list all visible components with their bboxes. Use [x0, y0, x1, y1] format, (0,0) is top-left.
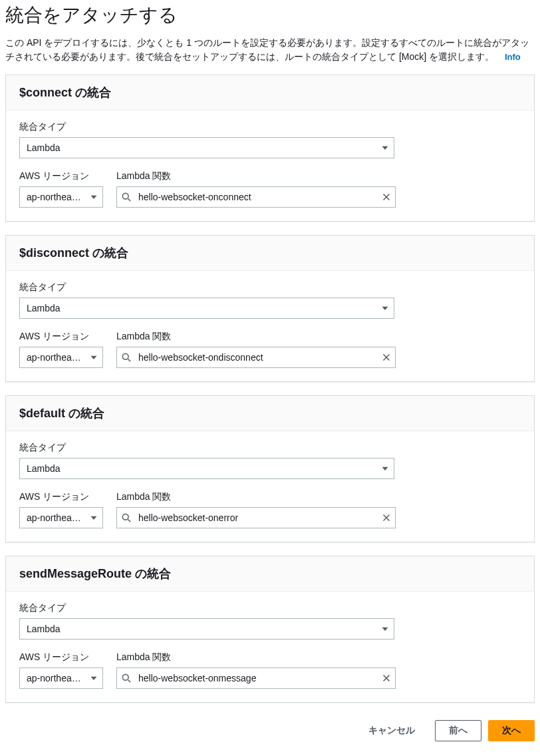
panel-body: 統合タイプ AWS リージョン L [6, 431, 534, 542]
aws-region-label: AWS リージョン [19, 170, 103, 182]
panel-body: 統合タイプ AWS リージョン L [6, 592, 534, 702]
previous-button[interactable]: 前へ [435, 720, 481, 741]
integration-type-select[interactable] [19, 137, 394, 158]
panel-header: $connect の統合 [6, 75, 534, 110]
route-name: $disconnect [19, 246, 89, 260]
integration-panel: $default の統合 統合タイプ AWS リージョン [5, 395, 535, 542]
integration-type-select[interactable] [19, 297, 394, 319]
aws-region-select[interactable] [19, 186, 103, 208]
lambda-function-input[interactable] [116, 347, 396, 368]
panel-title-suffix: の統合 [65, 407, 104, 420]
integration-type-select[interactable] [19, 458, 394, 479]
aws-region-label: AWS リージョン [19, 491, 103, 503]
page-title: 統合をアタッチする [5, 3, 535, 28]
page-description-wrap: この API をデプロイするには、少なくとも 1 つのルートを設定する必要があり… [5, 36, 535, 64]
route-name: $connect [19, 86, 72, 99]
next-button[interactable]: 次へ [488, 720, 535, 741]
panel-body: 統合タイプ AWS リージョン L [6, 110, 534, 221]
close-icon[interactable] [382, 193, 390, 201]
lambda-function-input[interactable] [116, 507, 396, 528]
panel-body: 統合タイプ AWS リージョン L [6, 271, 534, 381]
integration-type-label: 統合タイプ [19, 442, 521, 454]
cancel-button[interactable]: キャンセル [355, 720, 428, 741]
integration-type-select-wrap [19, 137, 394, 158]
panel-header: $default の統合 [6, 396, 534, 431]
aws-region-select[interactable] [19, 507, 103, 528]
info-link[interactable]: Info [505, 52, 521, 62]
lambda-function-label: Lambda 関数 [116, 491, 396, 503]
integration-type-label: 統合タイプ [19, 282, 521, 293]
integration-type-select-wrap [19, 297, 394, 319]
lambda-function-input[interactable] [116, 667, 396, 689]
aws-region-label: AWS リージョン [19, 652, 103, 663]
integration-type-label: 統合タイプ [19, 121, 521, 133]
page-description: この API をデプロイするには、少なくとも 1 つのルートを設定する必要があり… [5, 37, 529, 62]
integration-type-select-wrap [19, 458, 394, 479]
lambda-function-label: Lambda 関数 [116, 170, 396, 182]
close-icon[interactable] [382, 353, 390, 361]
integration-type-select[interactable] [19, 618, 394, 640]
panel-header: sendMessageRoute の統合 [6, 556, 534, 592]
aws-region-select[interactable] [19, 347, 103, 368]
route-name: $default [19, 407, 65, 420]
lambda-function-input[interactable] [116, 186, 396, 208]
integration-type-label: 統合タイプ [19, 602, 521, 614]
lambda-function-label: Lambda 関数 [116, 331, 396, 343]
close-icon[interactable] [382, 514, 390, 522]
integration-type-select-wrap [19, 618, 394, 640]
panel-title-suffix: の統合 [89, 246, 128, 260]
panel-title-suffix: の統合 [72, 86, 111, 99]
aws-region-label: AWS リージョン [19, 331, 103, 343]
integration-panel: $disconnect の統合 統合タイプ AWS リージョン [5, 235, 535, 382]
lambda-function-label: Lambda 関数 [116, 652, 396, 663]
panel-header: $disconnect の統合 [6, 236, 534, 271]
close-icon[interactable] [382, 674, 390, 682]
aws-region-select[interactable] [19, 667, 103, 689]
integration-panel: $connect の統合 統合タイプ AWS リージョン [5, 75, 535, 222]
integration-panel: sendMessageRoute の統合 統合タイプ AWS リージョン [5, 556, 535, 703]
footer-actions: キャンセル 前へ 次へ [5, 716, 535, 741]
route-name: sendMessageRoute [19, 567, 132, 580]
panel-title-suffix: の統合 [132, 567, 171, 580]
